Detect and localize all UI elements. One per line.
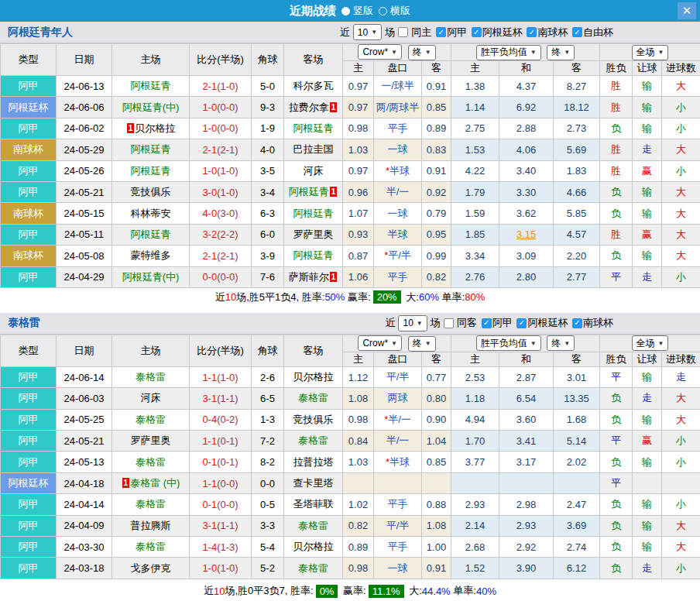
away-team[interactable]: 泰格雷	[284, 515, 343, 536]
home-team[interactable]: 普拉腾斯	[112, 515, 190, 536]
away-team[interactable]: 泰格雷	[284, 388, 343, 409]
full-match-select[interactable]: 全场▼	[632, 335, 669, 351]
same-venue-checkbox[interactable]	[444, 318, 454, 328]
away-team[interactable]: 阿根廷青	[284, 246, 343, 266]
eu-away-odds: 5.14	[554, 431, 600, 452]
final-odds-select[interactable]: 终▼	[547, 45, 575, 60]
col-eu-home: 主	[451, 352, 499, 366]
corners-cell: 3-5	[252, 160, 284, 181]
layout-radio-horizontal[interactable]: 横版	[379, 4, 410, 18]
away-team[interactable]: 圣塔菲联	[284, 494, 343, 515]
halftime-score: (0-1)	[217, 456, 238, 468]
final-odds-select[interactable]: 终▼	[408, 336, 436, 352]
away-team[interactable]: 拉普拉塔	[284, 452, 343, 472]
league-badge: 阿甲	[1, 160, 57, 181]
score-cell: 1-1(0-0)	[190, 472, 252, 493]
euro-odds-header: 胜平负均值▼ 终▼	[451, 44, 600, 61]
avg-odds-select[interactable]: 胜平负均值▼	[476, 335, 541, 351]
layout-radio-vertical[interactable]: 竖版	[341, 4, 373, 18]
avg-odds-select[interactable]: 胜平负均值▼	[476, 45, 541, 60]
home-team[interactable]: 河床	[112, 388, 190, 409]
match-count-select[interactable]: 10 ▼	[353, 24, 382, 40]
eu-home-odds: 2.14	[451, 515, 499, 536]
away-team[interactable]: 泰格雷	[284, 431, 343, 452]
home-team[interactable]: 阿根廷青	[112, 224, 190, 245]
league-filter[interactable]: ✓自由杯	[572, 26, 613, 39]
score-cell: 0-4(0-2)	[190, 409, 252, 430]
home-team[interactable]: 泰格雷	[112, 366, 190, 387]
full-match-select[interactable]: 全场▼	[632, 45, 669, 60]
match-row: 阿甲 24-04-29 阿根廷青(中) 0-0(0-0) 7-6 萨斯菲尔1 1…	[1, 266, 700, 287]
home-team[interactable]: 1泰格雷 (中)	[112, 472, 190, 493]
home-team-name: 蒙特维多	[131, 249, 171, 261]
same-venue-checkbox[interactable]	[398, 27, 408, 37]
league-filter[interactable]: ✓南球杯	[527, 26, 568, 39]
league-badge: 阿甲	[1, 515, 57, 536]
away-team[interactable]: 拉费尔拿1	[284, 97, 343, 118]
away-team[interactable]: 萨斯菲尔1	[284, 266, 343, 287]
fulltime-score: 3-2	[202, 228, 217, 240]
home-team[interactable]: 戈多伊克	[112, 558, 190, 579]
away-team[interactable]: 泰格雷	[284, 558, 343, 579]
home-team[interactable]: 阿根廷青	[112, 160, 190, 181]
match-count-select[interactable]: 10 ▼	[398, 315, 427, 331]
home-team-name: 阿根廷青	[131, 80, 171, 91]
home-team[interactable]: 泰格雷	[112, 452, 190, 472]
away-team[interactable]: 查卡里塔	[284, 472, 343, 493]
halftime-score: (1-0)	[217, 81, 238, 92]
home-team[interactable]: 1贝尔格拉	[112, 118, 190, 139]
away-team[interactable]: 竞技俱乐	[284, 409, 343, 430]
score-cell: 3-0(1-0)	[190, 181, 252, 202]
eu-draw-odds: 2.87	[499, 366, 554, 387]
home-team[interactable]: 蒙特维多	[112, 246, 190, 266]
league-filter[interactable]: ✓阿根廷杯	[516, 316, 568, 330]
away-team[interactable]: 河床	[284, 160, 343, 181]
eu-home-odds: 1.85	[451, 224, 499, 245]
close-icon[interactable]: ✕	[678, 2, 696, 19]
home-team[interactable]: 阿根廷青(中)	[112, 97, 190, 118]
ah-home-odds: 0.84	[343, 431, 374, 452]
halftime-score: (0-0)	[217, 101, 238, 113]
home-team[interactable]: 竞技俱乐	[112, 181, 190, 202]
home-team[interactable]: 罗萨里奥	[112, 431, 190, 452]
league-filter[interactable]: ✓阿甲	[482, 316, 513, 330]
company-select[interactable]: Crow*▼	[358, 335, 402, 351]
col-wdl: 胜负	[600, 352, 633, 366]
corners-cell: 5-4	[252, 537, 284, 558]
match-date: 24-05-25	[57, 409, 112, 430]
away-team[interactable]: 贝尔格拉	[284, 537, 343, 558]
league-filter[interactable]: ✓阿根廷杯	[472, 26, 523, 39]
league-filter[interactable]: ✓南球杯	[572, 316, 613, 330]
summary-part: 40%	[476, 586, 496, 597]
away-team[interactable]: 阿根廷青	[284, 203, 343, 224]
home-team[interactable]: 科林蒂安	[112, 203, 190, 224]
away-team[interactable]: 科尔多瓦	[284, 76, 343, 97]
company-select[interactable]: Crow*▼	[358, 44, 402, 60]
away-team[interactable]: 阿根廷青	[284, 118, 343, 139]
eu-home-odds: 1.59	[451, 203, 499, 224]
away-team[interactable]: 贝尔格拉	[284, 366, 343, 387]
goals-result: 小	[662, 266, 700, 287]
home-team[interactable]: 阿根廷青(中)	[112, 266, 190, 287]
final-odds-select[interactable]: 终▼	[547, 335, 575, 351]
away-team[interactable]: 罗萨里奥	[284, 224, 343, 245]
home-team-name: 阿根廷青	[131, 143, 171, 155]
match-date: 24-05-15	[57, 203, 112, 224]
corners-cell: 0-5	[252, 494, 284, 515]
corners-cell: 3-9	[252, 246, 284, 266]
home-team[interactable]: 阿根廷青	[112, 76, 190, 97]
section-header: 阿根廷青年人 近 10 ▼ 场 同主 ✓阿甲 ✓阿根廷杯 ✓南球杯 ✓自由杯	[0, 22, 700, 43]
league-filter[interactable]: ✓阿甲	[436, 26, 467, 39]
col-ah-away: 客	[422, 61, 451, 76]
match-row: 阿根廷杯 24-04-18 1泰格雷 (中) 1-1(0-0) 0-0 查卡里塔…	[1, 472, 700, 493]
match-row: 阿甲 24-05-11 阿根廷青 3-2(2-2) 6-0 罗萨里奥 0.93 …	[1, 224, 700, 245]
home-team[interactable]: 泰格雷	[112, 494, 190, 515]
home-team[interactable]: 阿根廷青	[112, 139, 190, 160]
home-team[interactable]: 泰格雷	[112, 409, 190, 430]
col-ah-home: 主	[343, 352, 374, 366]
away-team[interactable]: 阿根廷青1	[284, 181, 343, 202]
final-odds-select[interactable]: 终▼	[408, 45, 436, 60]
away-team[interactable]: 巴拉圭国	[284, 139, 343, 160]
away-team-name: 泰格雷	[298, 562, 328, 574]
home-team[interactable]: 泰格雷	[112, 537, 190, 558]
